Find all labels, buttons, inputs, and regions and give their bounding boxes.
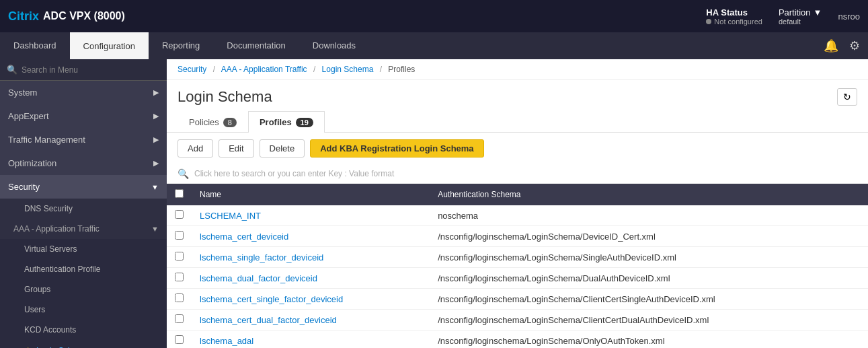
th-checkbox <box>167 184 192 205</box>
notification-icon[interactable]: 🔔 <box>824 38 838 53</box>
chevron-down-icon: ▼ <box>151 183 159 191</box>
sidebar-item-users[interactable]: Users <box>0 300 167 320</box>
ha-status-value: Not configured <box>706 18 762 26</box>
sidebar-item-appexpert[interactable]: AppExpert ▶ <box>0 104 167 128</box>
row-name[interactable]: lschema_dual_factor_deviceid <box>192 268 430 289</box>
sidebar-item-optimization[interactable]: Optimization ▶ <box>0 151 167 175</box>
nav-reporting[interactable]: Reporting <box>149 32 213 59</box>
row-checkbox[interactable] <box>175 273 184 281</box>
refresh-button[interactable]: ↻ <box>837 88 857 106</box>
sidebar-item-traffic-management[interactable]: Traffic Management ▶ <box>0 128 167 151</box>
nav-documentation[interactable]: Documentation <box>213 32 299 59</box>
table-row: lschema_cert_deviceid /nsconfig/loginsch… <box>167 226 868 247</box>
star-icon: ★ <box>24 345 32 348</box>
sidebar-item-virtual-servers[interactable]: Virtual Servers <box>0 239 167 259</box>
nav-downloads[interactable]: Downloads <box>299 32 369 59</box>
table-row: lschema_cert_single_factor_deviceid /nsc… <box>167 289 868 310</box>
nav-dashboard[interactable]: Dashboard <box>0 32 70 59</box>
sidebar-item-dns-security[interactable]: DNS Security <box>0 199 167 219</box>
row-name[interactable]: lschema_cert_dual_factor_deviceid <box>192 310 430 330</box>
row-checkbox[interactable] <box>175 335 184 344</box>
sidebar-item-label: AppExpert <box>8 111 49 121</box>
sidebar-item-groups[interactable]: Groups <box>0 279 167 300</box>
row-checkbox[interactable] <box>175 210 184 219</box>
page-title: Login Schema <box>177 88 272 106</box>
delete-button[interactable]: Delete <box>260 139 305 158</box>
row-name[interactable]: LSCHEMA_INT <box>192 205 430 226</box>
tab-profiles[interactable]: Profiles 19 <box>248 111 325 133</box>
chevron-right-icon: ▶ <box>153 88 159 97</box>
sidebar-item-system[interactable]: System ▶ <box>0 81 167 104</box>
row-auth-schema: /nsconfig/loginschema/LoginSchema/Single… <box>430 247 868 268</box>
partition-label: Partition ▼ <box>779 7 822 18</box>
breadcrumb-login-schema[interactable]: Login Schema <box>322 65 374 74</box>
breadcrumb-profiles: Profiles <box>388 65 415 74</box>
ha-status-label: HA Status <box>706 7 748 18</box>
chevron-down-icon: ▼ <box>151 225 159 233</box>
app-logo: Citrix ADC VPX (8000) <box>8 9 706 24</box>
partition-value: default <box>779 18 801 26</box>
row-auth-schema: /nsconfig/loginschema/LoginSchema/OnlyOA… <box>430 330 868 349</box>
row-checkbox[interactable] <box>175 293 184 302</box>
add-button[interactable]: Add <box>177 139 213 158</box>
citrix-label: Citrix <box>8 9 39 24</box>
table-row: lschema_single_factor_deviceid /nsconfig… <box>167 247 868 268</box>
breadcrumb-aaa[interactable]: AAA - Application Traffic <box>221 65 307 74</box>
tab-policies[interactable]: Policies 8 <box>177 111 248 133</box>
row-name[interactable]: lschema_cert_single_factor_deviceid <box>192 289 430 310</box>
row-checkbox[interactable] <box>175 252 184 260</box>
sidebar-item-authentication-profile[interactable]: Authentication Profile <box>0 259 167 279</box>
select-all-checkbox[interactable] <box>175 189 184 198</box>
sidebar-search-container[interactable]: 🔍 <box>0 59 167 81</box>
breadcrumb: Security / AAA - Application Traffic / L… <box>167 59 868 80</box>
sidebar-item-label: Security <box>8 182 40 192</box>
sidebar-item-kcd-accounts[interactable]: KCD Accounts <box>0 320 167 340</box>
th-auth-schema: Authentication Schema <box>430 184 868 205</box>
edit-button[interactable]: Edit <box>219 139 253 158</box>
toolbar: Add Edit Delete Add KBA Registration Log… <box>167 133 868 164</box>
row-checkbox-cell <box>167 247 192 268</box>
sidebar-item-label: System <box>8 88 37 98</box>
profiles-count: 19 <box>296 118 313 127</box>
nav-right-icons: 🔔 ⚙ <box>824 38 868 53</box>
policies-count: 8 <box>223 118 237 127</box>
sidebar-item-label: Optimization <box>8 158 56 168</box>
row-checkbox[interactable] <box>175 231 184 240</box>
partition-section[interactable]: Partition ▼ default <box>779 7 822 26</box>
sidebar: 🔍 System ▶ AppExpert ▶ Traffic Managemen… <box>0 59 167 348</box>
row-auth-schema: /nsconfig/loginschema/LoginSchema/Client… <box>430 289 868 310</box>
tabs-container: Policies 8 Profiles 19 <box>167 111 868 133</box>
row-checkbox-cell <box>167 205 192 226</box>
row-name[interactable]: lschema_adal <box>192 330 430 349</box>
row-name[interactable]: lschema_cert_deviceid <box>192 226 430 247</box>
nav-configuration[interactable]: Configuration <box>70 32 149 59</box>
search-icon: 🔍 <box>7 65 17 75</box>
row-checkbox[interactable] <box>175 314 184 323</box>
search-input[interactable] <box>22 65 160 75</box>
user-label: nsroo <box>838 11 860 22</box>
row-auth-schema: /nsconfig/loginschema/LoginSchema/Client… <box>430 310 868 330</box>
security-sub-section: DNS Security AAA - Application Traffic ▼… <box>0 199 167 348</box>
ha-status-text: Not configured <box>714 18 762 26</box>
page-header: Login Schema ↻ <box>167 80 868 111</box>
row-name[interactable]: lschema_single_factor_deviceid <box>192 247 430 268</box>
settings-icon[interactable]: ⚙ <box>849 38 860 53</box>
main-layout: 🔍 System ▶ AppExpert ▶ Traffic Managemen… <box>0 59 868 348</box>
row-checkbox-cell <box>167 289 192 310</box>
search-bar-placeholder: Click here to search or you can enter Ke… <box>194 169 394 178</box>
breadcrumb-security[interactable]: Security <box>177 65 206 74</box>
data-table: Name Authentication Schema LSCHEMA_INT n… <box>167 184 868 348</box>
row-auth-schema: /nsconfig/loginschema/LoginSchema/Device… <box>430 226 868 247</box>
chevron-right-icon: ▶ <box>153 135 159 144</box>
sidebar-item-label: Traffic Management <box>8 135 85 145</box>
add-kba-button[interactable]: Add KBA Registration Login Schema <box>310 139 483 158</box>
table-row: LSCHEMA_INT noschema <box>167 205 868 226</box>
th-name: Name <box>192 184 430 205</box>
chevron-right-icon: ▶ <box>153 159 159 168</box>
sidebar-item-security[interactable]: Security ▼ <box>0 175 167 199</box>
table-row: lschema_dual_factor_deviceid /nsconfig/l… <box>167 268 868 289</box>
sidebar-item-login-schema[interactable]: ★ Login Schema <box>0 340 167 348</box>
row-auth-schema: /nsconfig/loginschema/LoginSchema/DualAu… <box>430 268 868 289</box>
row-checkbox-cell <box>167 310 192 330</box>
sidebar-item-aaa[interactable]: AAA - Application Traffic ▼ <box>0 219 167 239</box>
